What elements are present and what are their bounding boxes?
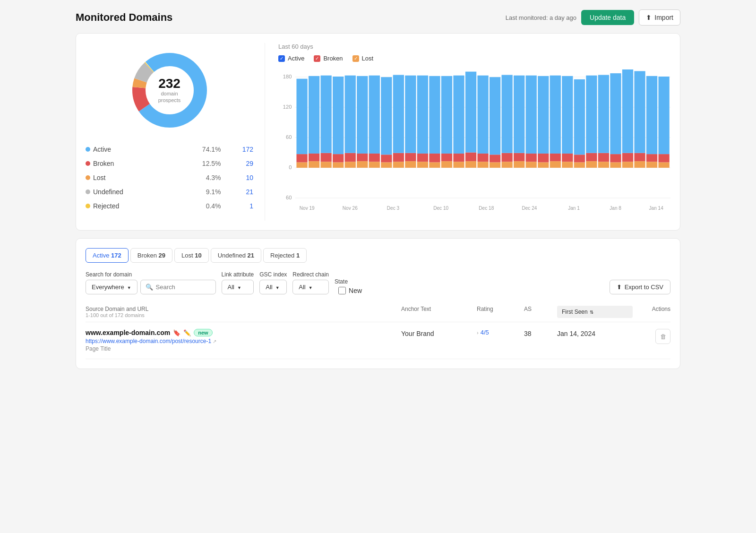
svg-rect-97 <box>622 153 633 162</box>
search-icon: 🔍 <box>146 284 153 291</box>
first-seen-cell: Jan 14, 2024 <box>557 329 633 337</box>
rating-arrow: › <box>477 330 479 335</box>
svg-rect-54 <box>453 162 464 168</box>
svg-text:180: 180 <box>283 74 292 79</box>
chart-legend-lost: ✓ Lost <box>352 55 374 62</box>
svg-rect-104 <box>646 76 657 154</box>
legend-row: Broken 12.5% 29 <box>86 156 253 171</box>
tab-broken[interactable]: Broken 29 <box>130 248 172 263</box>
svg-text:Jan 1: Jan 1 <box>568 205 580 210</box>
new-checkbox[interactable] <box>338 287 346 294</box>
svg-rect-100 <box>634 153 645 161</box>
svg-rect-102 <box>646 162 657 168</box>
svg-rect-76 <box>538 154 549 162</box>
svg-rect-48 <box>429 162 440 168</box>
new-label: New <box>349 287 362 294</box>
svg-rect-61 <box>477 154 488 162</box>
redirect-chain-chevron <box>309 284 313 291</box>
svg-rect-49 <box>429 154 440 162</box>
page-title: Monitored Domains <box>76 11 172 24</box>
svg-text:60: 60 <box>286 195 292 200</box>
link-attribute-label: Link attribute <box>222 271 254 278</box>
chart-legend: ✓ Active ✓ Broken ✓ Lost <box>278 55 670 62</box>
col-source-header: Source Domain and URL 1-100 out of 172 d… <box>86 306 401 318</box>
rating-cell: › 4/5 <box>477 329 524 336</box>
anchor-cell: Your Brand <box>401 329 477 337</box>
legend-row: Rejected 0.4% 1 <box>86 199 253 213</box>
legend-row: Active 74.1% 172 <box>86 142 253 156</box>
svg-rect-59 <box>465 72 476 153</box>
col-first-seen-header[interactable]: First Seen ⇅ <box>557 306 633 318</box>
svg-rect-80 <box>550 76 561 154</box>
active-checkbox[interactable]: ✓ <box>278 55 285 62</box>
external-link-icon[interactable]: ↗ <box>213 339 216 344</box>
legend-row: Undefined 9.1% 21 <box>86 185 253 199</box>
svg-rect-65 <box>490 77 500 155</box>
domain-url-link[interactable]: https://www.example-domain.com/post/reso… <box>86 338 211 344</box>
svg-rect-42 <box>405 161 416 168</box>
svg-text:60: 60 <box>286 134 292 140</box>
svg-rect-16 <box>296 154 307 162</box>
svg-rect-79 <box>550 154 561 161</box>
svg-rect-36 <box>381 162 392 168</box>
svg-rect-35 <box>369 76 380 154</box>
update-data-button[interactable]: Update data <box>581 10 634 25</box>
link-attribute-dropdown[interactable]: All <box>222 280 254 294</box>
export-csv-button[interactable]: ⬆ Export to CSV <box>610 280 670 294</box>
import-button[interactable]: ⬆ Import <box>639 9 680 26</box>
tab-active[interactable]: Active 172 <box>86 248 129 263</box>
svg-rect-66 <box>502 162 513 168</box>
svg-rect-44 <box>405 76 416 153</box>
svg-rect-82 <box>562 154 573 162</box>
svg-rect-46 <box>417 154 428 162</box>
svg-rect-47 <box>417 76 428 154</box>
redirect-chain-group: Redirect chain All <box>292 271 329 294</box>
svg-rect-75 <box>538 162 549 168</box>
page-header: Monitored Domains Last monitored: a day … <box>76 9 680 26</box>
link-attr-chevron <box>237 284 241 291</box>
svg-rect-31 <box>357 154 368 161</box>
delete-button[interactable]: 🗑 <box>655 329 670 344</box>
state-controls: New <box>338 287 362 294</box>
tab-rejected[interactable]: Rejected 1 <box>263 248 307 263</box>
redirect-chain-dropdown[interactable]: All <box>292 280 329 294</box>
link-attribute-group: Link attribute All <box>222 271 254 294</box>
as-cell: 38 <box>524 329 557 337</box>
first-seen-sort[interactable]: First Seen ⇅ <box>557 306 633 318</box>
table-body: www.example-domain.com 🔖 ✏️ new https://… <box>86 322 670 359</box>
svg-rect-20 <box>309 76 319 154</box>
bookmark-icon[interactable]: 🔖 <box>173 329 180 336</box>
svg-rect-85 <box>574 155 585 162</box>
donut-total: 232 <box>158 77 181 90</box>
broken-checkbox[interactable]: ✓ <box>314 55 320 62</box>
edit-icon[interactable]: ✏️ <box>183 329 191 336</box>
svg-rect-95 <box>610 73 621 154</box>
svg-rect-98 <box>622 69 633 153</box>
tab-lost[interactable]: Lost 10 <box>174 248 209 263</box>
svg-rect-69 <box>514 161 524 168</box>
svg-rect-56 <box>453 76 464 154</box>
svg-rect-38 <box>381 77 392 155</box>
gsc-index-dropdown[interactable]: All <box>259 280 287 294</box>
svg-rect-53 <box>441 76 452 154</box>
gsc-index-group: GSC index All <box>259 271 287 294</box>
donut-chart: 232 domainprospects <box>127 48 212 133</box>
svg-rect-77 <box>538 76 549 154</box>
legend-table: Active 74.1% 172 Broken 12.5% 29 Lost 4.… <box>86 142 253 213</box>
tab-undefined[interactable]: Undefined 21 <box>211 248 261 263</box>
lost-checkbox[interactable]: ✓ <box>352 55 359 62</box>
donut-container: 232 domainprospects <box>86 48 253 133</box>
svg-text:Dec 3: Dec 3 <box>387 205 400 210</box>
svg-rect-22 <box>321 153 332 162</box>
svg-rect-78 <box>550 161 561 168</box>
gsc-index-label: GSC index <box>259 271 287 278</box>
gsc-index-chevron <box>275 284 280 291</box>
svg-text:Nov 26: Nov 26 <box>343 205 358 210</box>
svg-rect-34 <box>369 154 380 162</box>
svg-text:Dec 24: Dec 24 <box>522 205 537 210</box>
search-input[interactable] <box>156 284 211 291</box>
svg-rect-27 <box>345 162 356 168</box>
actions-cell: 🗑 <box>633 329 670 344</box>
everywhere-dropdown[interactable]: Everywhere <box>86 280 137 294</box>
overview-card: 232 domainprospects Active 74.1% 172 <box>76 33 680 231</box>
